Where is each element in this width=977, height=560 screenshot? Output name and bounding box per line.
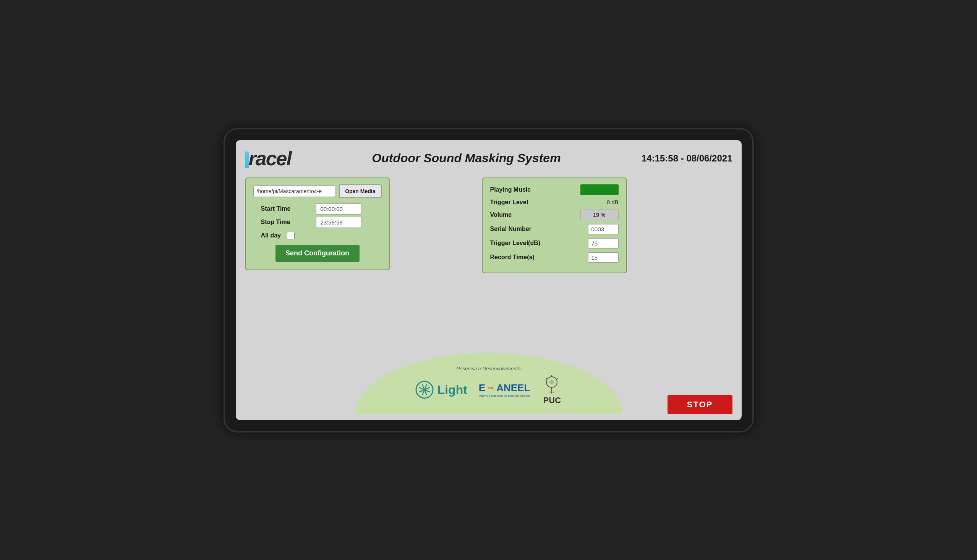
stop-button[interactable]: STOP — [668, 395, 733, 414]
screen: racel Outdoor Sound Masking System 14:15… — [236, 140, 742, 420]
open-media-button[interactable]: Open Media — [339, 184, 381, 198]
status-panel: Playing Music Trigger Level 0 dB Volume … — [482, 178, 627, 273]
time-grid: Start Time Stop Time — [253, 203, 382, 228]
volume-bar: 19 % — [581, 210, 619, 220]
trigger-level-value: 0 dB — [607, 199, 619, 205]
svg-line-3 — [545, 378, 547, 379]
allday-label: All day — [261, 232, 281, 239]
record-time-input[interactable] — [588, 252, 619, 263]
datetime-display: 14:15:58 - 08/06/2021 — [642, 153, 733, 164]
config-panel: /home/pi/Mascaramento4-e Open Media Star… — [245, 178, 390, 270]
start-time-label: Start Time — [261, 205, 310, 212]
allday-row: All day — [253, 232, 382, 239]
aneel-text: ANEEL — [496, 382, 530, 394]
volume-value: 19 % — [593, 212, 606, 218]
rd-text: Pesquisa e Desenvolvimento — [457, 366, 521, 372]
start-time-input[interactable] — [316, 203, 362, 215]
allday-checkbox[interactable] — [287, 232, 294, 239]
puc-text: PUC — [543, 395, 561, 405]
send-config-button[interactable]: Send Configuration — [276, 245, 360, 262]
main-content: /home/pi/Mascaramento4-e Open Media Star… — [245, 178, 733, 349]
serial-number-label: Serial Number — [490, 226, 532, 232]
header: racel Outdoor Sound Masking System 14:15… — [245, 147, 733, 170]
trigger-level-row: Trigger Level 0 dB — [490, 199, 619, 206]
puc-emblem-icon — [541, 375, 562, 395]
light-icon — [415, 380, 435, 400]
playing-music-label: Playing Music — [490, 186, 531, 193]
right-panel: Playing Music Trigger Level 0 dB Volume … — [482, 178, 627, 349]
trigger-level-db-input[interactable] — [588, 238, 619, 248]
file-path-display: /home/pi/Mascaramento4-e — [253, 185, 335, 197]
stop-time-input[interactable] — [316, 217, 362, 228]
svg-line-4 — [557, 378, 558, 379]
volume-label: Volume — [490, 212, 512, 218]
stop-time-label: Stop Time — [261, 219, 310, 226]
serial-number-input[interactable] — [588, 224, 619, 234]
puc-logo: PUC — [541, 375, 562, 405]
playing-indicator — [581, 184, 619, 195]
device-frame: racel Outdoor Sound Masking System 14:15… — [225, 129, 752, 431]
volume-row: Volume 19 % — [490, 210, 619, 220]
playing-music-row: Playing Music — [490, 184, 619, 195]
light-text: Light — [437, 383, 467, 397]
bottom-section: Pesquisa e Desenvolvimento Light — [245, 353, 733, 414]
light-logo: Light — [415, 380, 467, 400]
record-time-row: Record Time(s) — [490, 252, 619, 263]
record-time-label: Record Time(s) — [490, 254, 535, 261]
left-panel: /home/pi/Mascaramento4-e Open Media Star… — [245, 178, 390, 349]
logo: racel — [245, 147, 291, 170]
trigger-level-label: Trigger Level — [490, 199, 529, 206]
logo-text: racel — [249, 147, 291, 170]
app-title: Outdoor Sound Masking System — [291, 151, 642, 165]
logos-row: Light E ⇒ ANEEL Agência Nacional de Ener… — [415, 375, 563, 405]
aneel-logo: E ⇒ ANEEL Agência Nacional de Energia El… — [479, 382, 530, 398]
serial-number-row: Serial Number — [490, 224, 619, 234]
logos-ellipse: Pesquisa e Desenvolvimento Light — [355, 353, 622, 414]
trigger-level-db-label: Trigger Level(dB) — [490, 240, 540, 247]
aneel-sub: Agência Nacional de Energia Elétrica — [479, 394, 530, 398]
trigger-level-db-row: Trigger Level(dB) — [490, 238, 619, 248]
t-accent-icon — [245, 152, 249, 168]
file-row: /home/pi/Mascaramento4-e Open Media — [253, 184, 382, 198]
